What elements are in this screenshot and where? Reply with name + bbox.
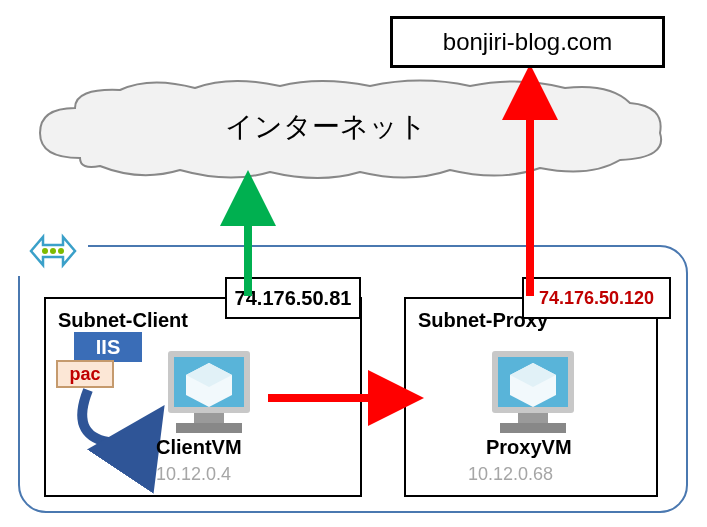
proxy-vm-name: ProxyVM [486,436,572,459]
target-domain-box: bonjiri-blog.com [390,16,665,68]
internet-label: インターネット [225,108,427,146]
subnet-client-label: Subnet-Client [58,309,188,332]
proxy-public-ip: 74.176.50.120 [539,288,654,309]
client-vm-ip: 10.12.0.4 [156,464,231,485]
client-public-ip-badge: 74.176.50.81 [225,277,361,319]
svg-point-1 [50,248,56,254]
pac-label: pac [69,364,100,385]
client-vm-name: ClientVM [156,436,242,459]
pac-badge: pac [56,360,114,388]
client-public-ip: 74.176.50.81 [235,287,352,310]
svg-rect-9 [518,413,548,423]
svg-rect-10 [500,423,566,433]
vnet-icon [18,226,88,276]
proxy-public-ip-badge: 74.176.50.120 [522,277,671,319]
svg-rect-5 [194,413,224,423]
target-domain-text: bonjiri-blog.com [443,28,612,56]
iis-badge: IIS [74,332,142,362]
proxy-vm-ip: 10.12.0.68 [468,464,553,485]
vm-icon [154,345,264,445]
svg-point-0 [42,248,48,254]
svg-rect-6 [176,423,242,433]
vm-icon [478,345,588,445]
svg-point-2 [58,248,64,254]
iis-label: IIS [96,336,120,359]
